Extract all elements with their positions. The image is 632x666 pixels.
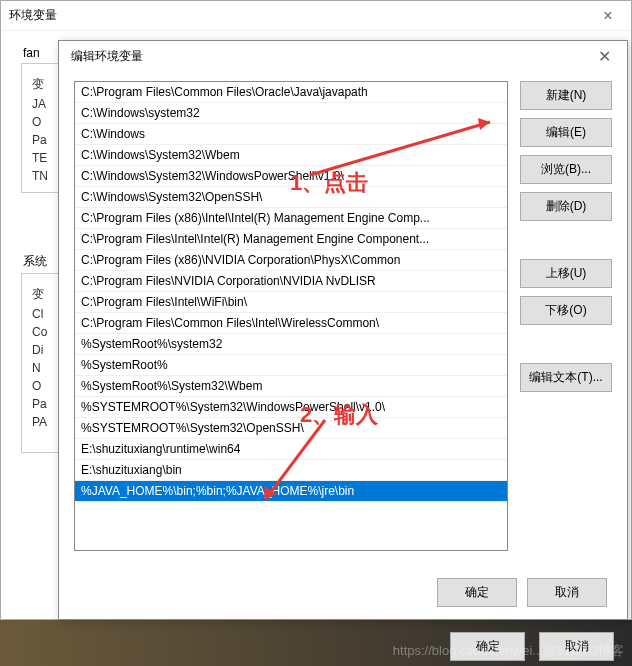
inner-cancel-button[interactable]: 取消 <box>527 578 607 607</box>
new-button[interactable]: 新建(N) <box>520 81 612 110</box>
list-item[interactable]: C:\Program Files\Intel\Intel(R) Manageme… <box>75 229 507 250</box>
list-item[interactable]: %SystemRoot%\system32 <box>75 334 507 355</box>
edit-env-var-dialog: 编辑环境变量 ✕ C:\Program Files\Common Files\O… <box>58 40 628 620</box>
list-item[interactable]: C:\Windows <box>75 124 507 145</box>
inner-titlebar: 编辑环境变量 ✕ <box>59 41 627 71</box>
close-icon[interactable]: ✕ <box>589 47 619 66</box>
close-icon[interactable]: × <box>593 7 623 25</box>
list-item[interactable]: %SYSTEMROOT%\System32\WindowsPowerShell\… <box>75 397 507 418</box>
list-item[interactable]: E:\shuzituxiang\bin <box>75 460 507 481</box>
list-item[interactable]: C:\Program Files\NVIDIA Corporation\NVID… <box>75 271 507 292</box>
list-item[interactable]: C:\Program Files (x86)\Intel\Intel(R) Ma… <box>75 208 507 229</box>
path-list[interactable]: C:\Program Files\Common Files\Oracle\Jav… <box>74 81 508 551</box>
edit-text-button[interactable]: 编辑文本(T)... <box>520 363 612 392</box>
list-item[interactable]: C:\Program Files\Common Files\Intel\Wire… <box>75 313 507 334</box>
list-item[interactable]: C:\Windows\System32\WindowsPowerShell\v1… <box>75 166 507 187</box>
list-item[interactable]: C:\Windows\System32\Wbem <box>75 145 507 166</box>
inner-ok-button[interactable]: 确定 <box>437 578 517 607</box>
list-item[interactable]: %SystemRoot%\System32\Wbem <box>75 376 507 397</box>
list-item[interactable]: C:\Program Files (x86)\NVIDIA Corporatio… <box>75 250 507 271</box>
outer-titlebar: 环境变量 × <box>1 1 631 31</box>
list-item[interactable]: C:\Program Files\Common Files\Oracle\Jav… <box>75 82 507 103</box>
list-item[interactable]: %JAVA_HOME%\bin;%bin;%JAVA_HOME%\jre\bin <box>75 481 507 502</box>
list-item[interactable]: C:\Windows\system32 <box>75 103 507 124</box>
list-item[interactable]: %SYSTEMROOT%\System32\OpenSSH\ <box>75 418 507 439</box>
list-item[interactable]: C:\Program Files\Intel\WiFi\bin\ <box>75 292 507 313</box>
move-up-button[interactable]: 上移(U) <box>520 259 612 288</box>
watermark: https://blog.csdn.net/wei...@51CTO博客 <box>393 642 624 660</box>
move-down-button[interactable]: 下移(O) <box>520 296 612 325</box>
list-item[interactable]: %SystemRoot% <box>75 355 507 376</box>
list-item[interactable]: E:\shuzituxiang\runtime\win64 <box>75 439 507 460</box>
edit-button[interactable]: 编辑(E) <box>520 118 612 147</box>
delete-button[interactable]: 删除(D) <box>520 192 612 221</box>
browse-button[interactable]: 浏览(B)... <box>520 155 612 184</box>
list-item[interactable]: C:\Windows\System32\OpenSSH\ <box>75 187 507 208</box>
inner-title: 编辑环境变量 <box>71 48 143 65</box>
outer-title: 环境变量 <box>9 7 57 24</box>
